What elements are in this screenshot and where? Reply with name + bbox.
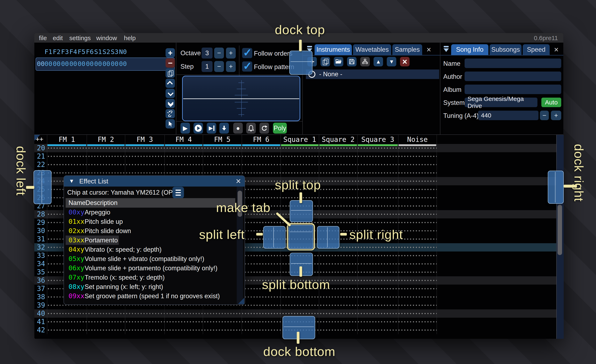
tab-speed[interactable]: Speed xyxy=(523,44,550,55)
close-window-icon[interactable]: × xyxy=(236,176,241,186)
repeat-pattern-button[interactable] xyxy=(260,123,269,134)
order-cell[interactable]: 00 xyxy=(94,58,102,70)
dock-target-right[interactable] xyxy=(548,171,564,204)
channel-header-fm-4[interactable]: FM 4 xyxy=(164,136,203,144)
octave-minus-button[interactable]: − xyxy=(214,48,224,58)
follow-pattern-checkbox[interactable]: ✓ xyxy=(242,61,252,72)
instrument-folder-view-button[interactable] xyxy=(360,57,370,66)
octave-input[interactable]: 3 xyxy=(201,48,213,58)
order-channel-header[interactable]: S1 xyxy=(94,48,102,55)
order-remove-button[interactable]: − xyxy=(165,58,175,68)
order-channel-header[interactable]: F6 xyxy=(86,48,94,55)
name-field[interactable] xyxy=(465,58,561,68)
hamburger-menu-button[interactable] xyxy=(172,187,184,198)
instrument-move-up-button[interactable]: ▲ xyxy=(373,57,383,66)
play-button[interactable]: ▶ xyxy=(180,123,190,134)
system-select[interactable]: Sega Genesis/Mega Drive xyxy=(465,98,537,107)
order-channel-header[interactable]: S3 xyxy=(111,48,119,55)
tuning-plus-button[interactable]: + xyxy=(551,111,561,120)
dock-target-top[interactable] xyxy=(289,51,313,75)
effect-row[interactable]: 06xyVolume slide + portamento (compatibi… xyxy=(66,263,235,273)
menu-item-window[interactable]: window xyxy=(96,35,117,42)
album-field[interactable] xyxy=(465,85,561,94)
name-column-header[interactable]: Name xyxy=(68,198,86,208)
effect-row[interactable]: 01xxPitch slide up xyxy=(66,217,235,226)
make-tab-target[interactable] xyxy=(289,225,313,249)
follow-pattern-label[interactable]: Follow pattern xyxy=(254,63,294,71)
oscilloscope[interactable] xyxy=(182,76,300,121)
effect-row[interactable]: 04xyVibrato (x: speed; y: depth) xyxy=(66,245,235,254)
order-cell[interactable]: 00 xyxy=(86,58,94,70)
effect-row[interactable]: 08xySet panning (x: left; y: right) xyxy=(66,282,235,291)
order-add-button[interactable]: + xyxy=(165,48,175,58)
menu-item-file[interactable]: file xyxy=(39,35,47,42)
tab-subsongs[interactable]: Subsongs xyxy=(490,44,522,55)
make-tab-target-outline[interactable] xyxy=(287,223,315,250)
order-cell[interactable]: 00 xyxy=(78,58,85,70)
order-duplicate-button[interactable] xyxy=(165,68,175,78)
follow-orders-label[interactable]: Follow orders xyxy=(254,50,292,57)
instrument-duplicate-button[interactable] xyxy=(320,57,330,66)
metronome-button[interactable] xyxy=(246,123,256,134)
order-cell[interactable]: 00 xyxy=(103,58,110,70)
step-minus-button[interactable]: − xyxy=(214,61,224,72)
channel-header-square-2[interactable]: Square 2 xyxy=(319,136,358,144)
author-field[interactable] xyxy=(465,72,561,81)
order-channel-header[interactable]: F5 xyxy=(78,48,85,55)
instrument-delete-button[interactable]: × xyxy=(400,57,410,66)
step-input[interactable]: 1 xyxy=(201,61,213,72)
split-target-right[interactable] xyxy=(317,226,339,249)
effect-row[interactable]: 00xyArpeggio xyxy=(66,208,235,217)
channel-header-fm-6[interactable]: FM 6 xyxy=(242,136,281,144)
stop-record-button[interactable]: ● xyxy=(233,123,243,134)
order-channel-header[interactable]: F4 xyxy=(69,48,77,55)
step-plus-button[interactable]: + xyxy=(226,61,236,72)
collapse-triangle-icon[interactable]: ▼ xyxy=(69,178,74,184)
order-change-mode-button[interactable] xyxy=(165,109,175,118)
menu-item-edit[interactable]: edit xyxy=(53,35,63,42)
close-tab-icon[interactable]: × xyxy=(425,44,433,55)
channel-header-fm-2[interactable]: FM 2 xyxy=(87,136,125,144)
tab-instruments[interactable]: Instruments xyxy=(314,44,352,55)
instrument-open-button[interactable] xyxy=(334,57,343,66)
channel-header-noise[interactable]: Noise xyxy=(398,136,437,144)
order-channel-header[interactable]: S2 xyxy=(103,48,110,55)
follow-orders-checkbox[interactable]: ✓ xyxy=(242,48,252,58)
tuning-minus-button[interactable]: − xyxy=(540,111,549,120)
orders-selected-row[interactable]: 0000000000000000000000 xyxy=(36,58,175,71)
order-cell[interactable]: 00 xyxy=(69,58,77,70)
order-cell[interactable]: 00 xyxy=(119,58,127,70)
order-cell[interactable]: 00 xyxy=(61,58,69,70)
effect-row[interactable]: 05xyVolume slide + vibrato (compatibilit… xyxy=(66,254,235,263)
instrument-save-button[interactable] xyxy=(347,57,357,66)
channel-header-fm-1[interactable]: FM 1 xyxy=(47,136,87,144)
dock-target-left[interactable] xyxy=(34,170,52,204)
close-tab-icon[interactable]: × xyxy=(552,44,560,55)
system-auto-button[interactable]: Auto xyxy=(541,98,561,107)
step-one-row-button[interactable] xyxy=(219,123,229,134)
menu-item-help[interactable]: help xyxy=(124,35,136,42)
order-channel-header[interactable]: F3 xyxy=(61,48,69,55)
pattern-scrollbar-thumb[interactable] xyxy=(558,205,562,255)
order-cell[interactable]: 00 xyxy=(45,58,52,70)
channel-header-fm-3[interactable]: FM 3 xyxy=(125,136,164,144)
order-duplicate-end-button[interactable] xyxy=(165,99,175,108)
play-pattern-button[interactable] xyxy=(194,123,203,134)
tab-samples[interactable]: Samples xyxy=(392,44,422,55)
order-edit-mode-button[interactable] xyxy=(165,119,175,128)
channel-header-fm-5[interactable]: FM 5 xyxy=(203,136,242,144)
split-target-left[interactable] xyxy=(263,226,286,249)
effect-row[interactable]: 07xyTremolo (x: speed; y: depth) xyxy=(66,273,235,282)
channel-header-square-1[interactable]: Square 1 xyxy=(281,136,319,144)
order-move-down-button[interactable] xyxy=(165,89,175,98)
order-cell[interactable]: 00 xyxy=(111,58,119,70)
tab-song-info[interactable]: Song Info xyxy=(451,44,488,55)
instrument-list-item-none[interactable]: - None - xyxy=(306,70,439,79)
tab-wavetables[interactable]: Wavetables xyxy=(353,44,391,55)
resize-grip-icon[interactable] xyxy=(238,298,244,304)
order-channel-header[interactable]: N0 xyxy=(119,48,127,55)
poly-toggle-button[interactable]: Poly xyxy=(273,123,287,134)
effect-list-titlebar[interactable]: ▼ Effect List × xyxy=(64,176,245,187)
tuning-input[interactable]: 440 xyxy=(478,111,538,120)
order-cell[interactable]: 00 xyxy=(53,58,61,70)
